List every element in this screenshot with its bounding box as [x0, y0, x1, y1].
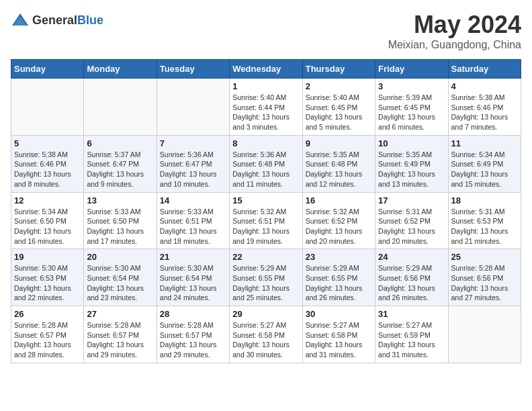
calendar-day-29: 29Sunrise: 5:27 AM Sunset: 6:58 PM Dayli… [230, 306, 302, 363]
calendar-day-23: 23Sunrise: 5:29 AM Sunset: 6:55 PM Dayli… [302, 249, 375, 306]
day-info: Sunrise: 5:28 AM Sunset: 6:56 PM Dayligh… [451, 263, 518, 303]
day-info: Sunrise: 5:31 AM Sunset: 6:52 PM Dayligh… [378, 207, 445, 246]
calendar-header-wednesday: Wednesday [230, 60, 302, 79]
logo: GeneralBlue [11, 11, 103, 30]
calendar-table: SundayMondayTuesdayWednesdayThursdayFrid… [11, 59, 521, 363]
calendar-header-tuesday: Tuesday [157, 60, 229, 79]
day-number: 11 [451, 138, 518, 148]
calendar-day-27: 27Sunrise: 5:28 AM Sunset: 6:57 PM Dayli… [84, 306, 157, 363]
calendar-day-9: 9Sunrise: 5:35 AM Sunset: 6:48 PM Daylig… [302, 135, 375, 192]
day-number: 27 [87, 309, 153, 319]
day-info: Sunrise: 5:36 AM Sunset: 6:48 PM Dayligh… [232, 150, 299, 189]
calendar-day-15: 15Sunrise: 5:32 AM Sunset: 6:51 PM Dayli… [230, 192, 302, 249]
calendar-week-row: 1Sunrise: 5:40 AM Sunset: 6:44 PM Daylig… [11, 79, 521, 136]
calendar-week-row: 5Sunrise: 5:38 AM Sunset: 6:46 PM Daylig… [11, 135, 521, 192]
calendar-header-thursday: Thursday [302, 60, 375, 79]
day-number: 14 [160, 195, 226, 205]
day-info: Sunrise: 5:28 AM Sunset: 6:57 PM Dayligh… [160, 320, 226, 360]
calendar-week-row: 12Sunrise: 5:34 AM Sunset: 6:50 PM Dayli… [11, 192, 521, 249]
title-area: May 2024 Meixian, Guangdong, China [388, 11, 521, 51]
day-number: 7 [160, 138, 226, 148]
day-info: Sunrise: 5:34 AM Sunset: 6:49 PM Dayligh… [451, 150, 518, 189]
day-info: Sunrise: 5:27 AM Sunset: 6:58 PM Dayligh… [232, 320, 299, 360]
day-number: 3 [378, 81, 445, 91]
day-info: Sunrise: 5:40 AM Sunset: 6:44 PM Dayligh… [232, 93, 299, 132]
calendar-day-20: 20Sunrise: 5:30 AM Sunset: 6:54 PM Dayli… [84, 249, 157, 306]
calendar-day-21: 21Sunrise: 5:30 AM Sunset: 6:54 PM Dayli… [157, 249, 229, 306]
calendar-week-row: 26Sunrise: 5:28 AM Sunset: 6:57 PM Dayli… [11, 306, 521, 363]
day-info: Sunrise: 5:33 AM Sunset: 6:51 PM Dayligh… [160, 207, 226, 246]
day-info: Sunrise: 5:35 AM Sunset: 6:49 PM Dayligh… [378, 150, 445, 189]
day-info: Sunrise: 5:37 AM Sunset: 6:47 PM Dayligh… [87, 150, 153, 189]
day-number: 26 [14, 309, 81, 319]
day-number: 2 [306, 81, 372, 91]
calendar-day-31: 31Sunrise: 5:27 AM Sunset: 6:59 PM Dayli… [375, 306, 448, 363]
calendar-day-16: 16Sunrise: 5:32 AM Sunset: 6:52 PM Dayli… [302, 192, 375, 249]
day-number: 22 [232, 252, 299, 262]
calendar-day-30: 30Sunrise: 5:27 AM Sunset: 6:58 PM Dayli… [302, 306, 375, 363]
day-number: 15 [232, 195, 299, 205]
calendar-header-row: SundayMondayTuesdayWednesdayThursdayFrid… [11, 60, 521, 79]
day-number: 12 [14, 195, 81, 205]
day-info: Sunrise: 5:36 AM Sunset: 6:47 PM Dayligh… [160, 150, 226, 189]
day-number: 5 [14, 138, 81, 148]
day-info: Sunrise: 5:30 AM Sunset: 6:54 PM Dayligh… [160, 263, 226, 303]
logo-general-text: General [32, 13, 77, 27]
calendar-day-28: 28Sunrise: 5:28 AM Sunset: 6:57 PM Dayli… [157, 306, 229, 363]
day-number: 4 [451, 81, 518, 91]
day-info: Sunrise: 5:38 AM Sunset: 6:46 PM Dayligh… [14, 150, 81, 189]
day-number: 1 [232, 81, 299, 91]
calendar-day-24: 24Sunrise: 5:29 AM Sunset: 6:56 PM Dayli… [375, 249, 448, 306]
calendar-day-2: 2Sunrise: 5:40 AM Sunset: 6:45 PM Daylig… [302, 79, 375, 136]
logo-icon [11, 11, 30, 30]
day-number: 25 [451, 252, 518, 262]
day-number: 31 [378, 309, 445, 319]
logo-blue-text: Blue [77, 13, 103, 27]
day-info: Sunrise: 5:38 AM Sunset: 6:46 PM Dayligh… [451, 93, 518, 132]
day-number: 9 [306, 138, 372, 148]
day-info: Sunrise: 5:29 AM Sunset: 6:56 PM Dayligh… [378, 263, 445, 303]
calendar-day-18: 18Sunrise: 5:31 AM Sunset: 6:53 PM Dayli… [448, 192, 521, 249]
day-info: Sunrise: 5:40 AM Sunset: 6:45 PM Dayligh… [306, 93, 372, 132]
day-number: 29 [232, 309, 299, 319]
calendar-empty-cell [84, 79, 157, 136]
day-number: 10 [378, 138, 445, 148]
calendar-day-5: 5Sunrise: 5:38 AM Sunset: 6:46 PM Daylig… [11, 135, 84, 192]
day-info: Sunrise: 5:30 AM Sunset: 6:53 PM Dayligh… [14, 263, 81, 303]
day-number: 30 [306, 309, 372, 319]
day-info: Sunrise: 5:35 AM Sunset: 6:48 PM Dayligh… [306, 150, 372, 189]
calendar-day-7: 7Sunrise: 5:36 AM Sunset: 6:47 PM Daylig… [157, 135, 229, 192]
calendar-header-friday: Friday [375, 60, 448, 79]
calendar-day-8: 8Sunrise: 5:36 AM Sunset: 6:48 PM Daylig… [230, 135, 302, 192]
day-info: Sunrise: 5:30 AM Sunset: 6:54 PM Dayligh… [87, 263, 153, 303]
calendar-day-13: 13Sunrise: 5:33 AM Sunset: 6:50 PM Dayli… [84, 192, 157, 249]
calendar-header-sunday: Sunday [11, 60, 84, 79]
calendar-day-3: 3Sunrise: 5:39 AM Sunset: 6:45 PM Daylig… [375, 79, 448, 136]
calendar-day-1: 1Sunrise: 5:40 AM Sunset: 6:44 PM Daylig… [230, 79, 302, 136]
calendar-day-11: 11Sunrise: 5:34 AM Sunset: 6:49 PM Dayli… [448, 135, 521, 192]
calendar-day-12: 12Sunrise: 5:34 AM Sunset: 6:50 PM Dayli… [11, 192, 84, 249]
calendar-empty-cell [11, 79, 84, 136]
day-info: Sunrise: 5:34 AM Sunset: 6:50 PM Dayligh… [14, 207, 81, 246]
day-number: 18 [451, 195, 518, 205]
calendar-empty-cell [157, 79, 229, 136]
calendar-day-26: 26Sunrise: 5:28 AM Sunset: 6:57 PM Dayli… [11, 306, 84, 363]
day-info: Sunrise: 5:28 AM Sunset: 6:57 PM Dayligh… [14, 320, 81, 360]
calendar-day-6: 6Sunrise: 5:37 AM Sunset: 6:47 PM Daylig… [84, 135, 157, 192]
day-number: 20 [87, 252, 153, 262]
day-info: Sunrise: 5:39 AM Sunset: 6:45 PM Dayligh… [378, 93, 445, 132]
day-number: 6 [87, 138, 153, 148]
calendar-header-saturday: Saturday [448, 60, 521, 79]
day-number: 24 [378, 252, 445, 262]
page-header: GeneralBlue May 2024 Meixian, Guangdong,… [11, 11, 521, 51]
location-title: Meixian, Guangdong, China [388, 39, 521, 51]
calendar-day-19: 19Sunrise: 5:30 AM Sunset: 6:53 PM Dayli… [11, 249, 84, 306]
calendar-day-17: 17Sunrise: 5:31 AM Sunset: 6:52 PM Dayli… [375, 192, 448, 249]
day-number: 28 [160, 309, 226, 319]
day-info: Sunrise: 5:27 AM Sunset: 6:59 PM Dayligh… [378, 320, 445, 360]
day-number: 19 [14, 252, 81, 262]
calendar-header-monday: Monday [84, 60, 157, 79]
day-number: 16 [306, 195, 372, 205]
day-number: 17 [378, 195, 445, 205]
calendar-body: 1Sunrise: 5:40 AM Sunset: 6:44 PM Daylig… [11, 79, 521, 363]
